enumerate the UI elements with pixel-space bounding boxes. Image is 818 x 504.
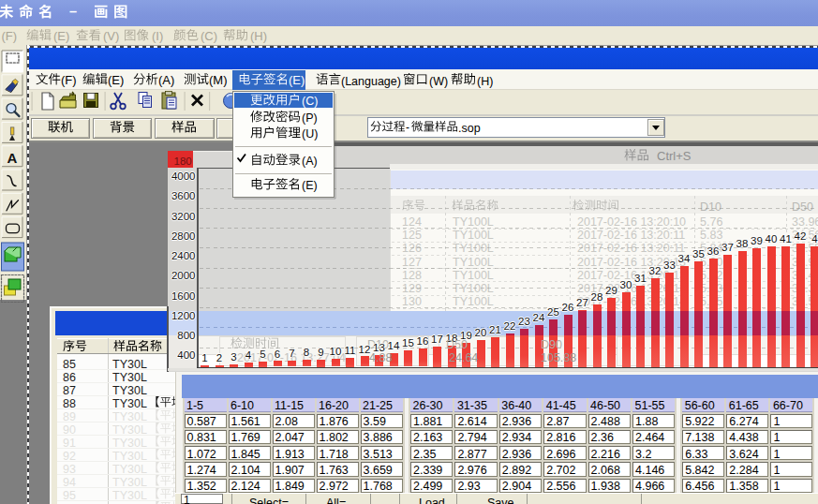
svg-text:A: A: [7, 150, 18, 166]
